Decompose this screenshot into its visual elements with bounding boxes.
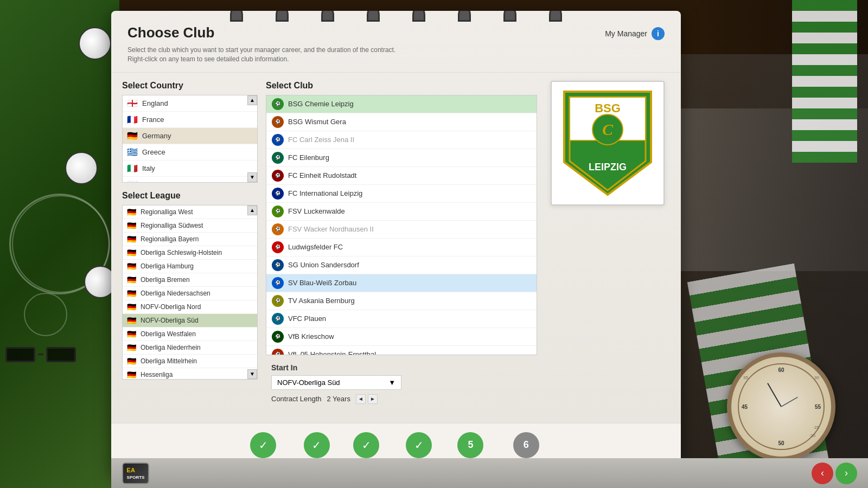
soccer-ball-2 bbox=[65, 152, 98, 184]
league-item[interactable]: 🇩🇪 Oberliga Mittelrhein bbox=[123, 355, 257, 368]
start-in-section: Start In NOFV-Oberliga Süd ▼ Contract Le… bbox=[266, 363, 537, 404]
next-button[interactable]: › bbox=[835, 463, 857, 484]
club-name: SG Union Sandersdorf bbox=[288, 261, 359, 269]
club-logo-icon: ⚽ bbox=[272, 152, 284, 164]
league-item[interactable]: 🇩🇪 NOFV-Oberliga Süd bbox=[123, 314, 257, 328]
country-item[interactable]: 🇮🇹 Italy bbox=[123, 160, 257, 177]
club-logo-icon: ⚽ bbox=[272, 349, 284, 355]
league-name: NOFV-Oberliga Süd bbox=[141, 317, 199, 324]
prev-button[interactable]: ‹ bbox=[812, 463, 833, 484]
contract-prev-arrow[interactable]: ◄ bbox=[356, 394, 366, 404]
scarf-decoration-top bbox=[792, 0, 857, 163]
nav-circle-1: ✓ bbox=[304, 432, 330, 458]
club-item[interactable]: ⚽ FSV Luckenwalde bbox=[266, 203, 537, 221]
country-flag-icon: 🇫🇷 bbox=[127, 114, 138, 125]
league-name: Oberliga Mittelrhein bbox=[141, 357, 197, 365]
crest-panel: BSG C LEIPZIG bbox=[545, 81, 670, 444]
country-scroll-up[interactable]: ▲ bbox=[247, 95, 257, 105]
club-item[interactable]: ⚽ BSG Chemie Leipzig bbox=[266, 95, 537, 113]
club-name: FSV Luckenwalde bbox=[288, 207, 345, 215]
club-item[interactable]: ⚽ FC Einheit Rudolstadt bbox=[266, 167, 537, 185]
club-item[interactable]: ⚽ SG Union Sandersdorf bbox=[266, 256, 537, 274]
club-name: FC Einheit Rudolstadt bbox=[288, 171, 356, 179]
league-flag-icon: 🇩🇪 bbox=[127, 208, 136, 216]
club-item[interactable]: ⚽ FC Carl Zeiss Jena II bbox=[266, 131, 537, 149]
contract-row: Contract Length 2 Years ◄ ► bbox=[271, 394, 532, 404]
league-item[interactable]: 🇩🇪 Oberliga Bremen bbox=[123, 273, 257, 287]
league-item[interactable]: 🇩🇪 Oberliga Schleswig-Holstein bbox=[123, 246, 257, 260]
club-name: Ludwigsfelder FC bbox=[288, 243, 343, 251]
country-item[interactable]: 🏴󠁧󠁢󠁥󠁮󠁧󠁿 England bbox=[123, 95, 257, 112]
league-flag-icon: 🇩🇪 bbox=[127, 235, 136, 243]
league-item[interactable]: 🇩🇪 Regionalliga West bbox=[123, 206, 257, 219]
club-crest-container: BSG C LEIPZIG bbox=[551, 81, 665, 206]
league-name: Oberliga Niedersachsen bbox=[141, 290, 210, 297]
league-flag-icon: 🇩🇪 bbox=[127, 330, 136, 338]
country-item[interactable]: 🇩🇪 Germany bbox=[123, 128, 257, 144]
country-name: Italy bbox=[142, 164, 155, 172]
country-item[interactable]: 🇯🇵 Japan bbox=[123, 177, 257, 182]
league-item[interactable]: 🇩🇪 Oberliga Hamburg bbox=[123, 260, 257, 273]
club-crest-svg: BSG C LEIPZIG bbox=[559, 86, 656, 200]
club-logo-icon: ⚽ bbox=[272, 206, 284, 217]
ea-sports-logo: EASPORTS bbox=[122, 463, 149, 484]
club-logo-icon: ⚽ bbox=[272, 241, 284, 253]
country-scroll-down[interactable]: ▼ bbox=[247, 172, 257, 182]
league-name: Oberliga Schleswig-Holstein bbox=[141, 249, 222, 256]
league-scroll-down[interactable]: ▼ bbox=[247, 369, 257, 379]
club-item[interactable]: ⚽ FC International Leipzig bbox=[266, 185, 537, 203]
club-logo-icon: ⚽ bbox=[272, 331, 284, 343]
league-item[interactable]: 🇩🇪 Oberliga Niederrhein bbox=[123, 341, 257, 355]
club-item[interactable]: ⚽ Ludwigsfelder FC bbox=[266, 239, 537, 256]
club-logo-icon: ⚽ bbox=[272, 98, 284, 110]
league-item[interactable]: 🇩🇪 Oberliga Niedersachsen bbox=[123, 287, 257, 300]
contract-next-arrow[interactable]: ► bbox=[368, 394, 378, 404]
club-item[interactable]: ⚽ FSV Wacker Nordhausen II bbox=[266, 221, 537, 239]
league-item[interactable]: 🇩🇪 Hessenliga bbox=[123, 368, 257, 379]
club-name: BSG Wismut Gera bbox=[288, 118, 346, 126]
club-item[interactable]: ⚽ VfL 05 Hohenstein-Ernstthal bbox=[266, 346, 537, 355]
country-flag-icon: 🇯🇵 bbox=[127, 179, 138, 182]
clubs-panel: Select Club ⚽ BSG Chemie Leipzig⚽ BSG Wi… bbox=[258, 81, 545, 444]
club-logo-icon: ⚽ bbox=[272, 277, 284, 289]
league-name: Oberliga Westfalen bbox=[141, 330, 196, 338]
league-item[interactable]: 🇩🇪 Oberliga Westfalen bbox=[123, 328, 257, 341]
contract-arrows: ◄ ► bbox=[356, 394, 378, 404]
league-flag-icon: 🇩🇪 bbox=[127, 221, 136, 230]
sunglasses-decoration bbox=[5, 347, 76, 363]
league-list-container: ▲ 🇩🇪 Regionalliga West🇩🇪 Regionalliga Sü… bbox=[122, 205, 258, 380]
league-name: Hessenliga bbox=[141, 371, 173, 378]
club-item[interactable]: ⚽ BSG Wismut Gera bbox=[266, 113, 537, 131]
club-name: FC Carl Zeiss Jena II bbox=[288, 136, 354, 144]
start-in-select[interactable]: NOFV-Oberliga Süd ▼ bbox=[271, 375, 401, 390]
country-item[interactable]: 🇬🇷 Greece bbox=[123, 144, 257, 160]
club-item[interactable]: ⚽ FC Eilenburg bbox=[266, 149, 537, 167]
club-name: VfB Krieschow bbox=[288, 332, 334, 341]
club-item[interactable]: ⚽ TV Askania Bernburg bbox=[266, 292, 537, 310]
info-icon[interactable]: i bbox=[652, 27, 665, 40]
club-logo-icon: ⚽ bbox=[272, 188, 284, 200]
league-name: NOFV-Oberliga Nord bbox=[141, 303, 201, 311]
club-item[interactable]: ⚽ SV Blau-Weiß Zorbau bbox=[266, 274, 537, 292]
country-flag-icon: 🇬🇷 bbox=[127, 147, 138, 157]
league-flag-icon: 🇩🇪 bbox=[127, 357, 136, 365]
start-in-label: Start In bbox=[271, 363, 532, 372]
league-name: Oberliga Bremen bbox=[141, 276, 190, 284]
club-item[interactable]: ⚽ VfB Krieschow bbox=[266, 328, 537, 346]
league-flag-icon: 🇩🇪 bbox=[127, 303, 136, 311]
league-flag-icon: 🇩🇪 bbox=[127, 370, 136, 379]
club-logo-icon: ⚽ bbox=[272, 134, 284, 146]
league-item[interactable]: 🇩🇪 Regionalliga Bayern bbox=[123, 233, 257, 246]
league-item[interactable]: 🇩🇪 Regionalliga Südwest bbox=[123, 219, 257, 233]
country-item[interactable]: 🇫🇷 France bbox=[123, 112, 257, 128]
league-name: Regionalliga Südwest bbox=[141, 222, 203, 229]
nav-arrows: ‹ › bbox=[812, 463, 857, 484]
league-scroll-up[interactable]: ▲ bbox=[247, 206, 257, 215]
club-item[interactable]: ⚽ VFC Plauen bbox=[266, 310, 537, 328]
my-manager-button[interactable]: My Manager i bbox=[605, 27, 665, 40]
league-name: Oberliga Niederrhein bbox=[141, 344, 201, 351]
stopwatch-decoration: 60 55 50 45 ·20 ·25 30 35 bbox=[727, 352, 835, 461]
club-name: VFC Plauen bbox=[288, 314, 326, 323]
league-item[interactable]: 🇩🇪 NOFV-Oberliga Nord bbox=[123, 300, 257, 314]
country-flag-icon: 🇮🇹 bbox=[127, 163, 138, 174]
